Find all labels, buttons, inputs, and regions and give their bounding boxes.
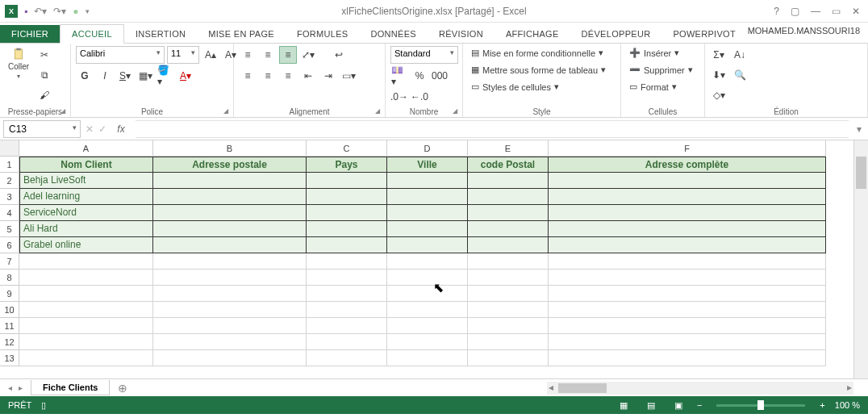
enter-formula-icon[interactable]: ✓ (98, 123, 106, 135)
clear-icon[interactable]: ◇▾ (710, 86, 728, 104)
align-top-icon[interactable]: ≡ (239, 46, 257, 64)
cell[interactable] (19, 253, 153, 270)
cell[interactable] (468, 286, 549, 302)
cell-styles-button[interactable]: ▭Styles de cellules ▾ (468, 80, 562, 94)
cell[interactable] (153, 253, 307, 270)
tab-powerpivot[interactable]: POWERPIVOT (661, 25, 747, 43)
cell[interactable] (19, 334, 153, 350)
cell[interactable] (468, 173, 549, 189)
cell[interactable] (19, 270, 153, 286)
cell[interactable] (19, 318, 153, 334)
delete-cells-button[interactable]: ➖Supprimer ▾ (626, 63, 696, 77)
cell[interactable]: Adel learning (19, 189, 153, 205)
insert-cells-button[interactable]: ➕Insérer ▾ (626, 46, 682, 60)
cell[interactable] (468, 334, 549, 350)
wrap-text-icon[interactable]: ↩ (330, 46, 348, 64)
increase-font-icon[interactable]: A▴ (202, 46, 219, 64)
cell[interactable] (19, 302, 153, 318)
row-header[interactable]: 8 (0, 270, 19, 286)
cell[interactable] (549, 350, 826, 366)
cell[interactable] (153, 205, 307, 221)
view-normal-icon[interactable]: ▦ (615, 400, 632, 411)
cell[interactable]: Ali Hard (19, 221, 153, 237)
sheet-tab-active[interactable]: Fiche Clients (31, 380, 110, 395)
zoom-level[interactable]: 100 % (835, 400, 860, 410)
align-right-icon[interactable]: ≡ (279, 67, 297, 85)
increase-decimal-icon[interactable]: .0→ (390, 88, 408, 106)
row-header[interactable]: 11 (0, 318, 19, 334)
bold-button[interactable]: G (76, 67, 94, 85)
close-icon[interactable]: ✕ (852, 6, 860, 17)
cell[interactable] (549, 286, 826, 302)
add-sheet-icon[interactable]: ⊕ (118, 382, 127, 395)
tab-mise-en-page[interactable]: MISE EN PAGE (197, 25, 286, 43)
cell[interactable] (307, 286, 387, 302)
cell[interactable] (549, 237, 826, 253)
fill-color-icon[interactable]: 🪣▾ (156, 67, 174, 85)
tab-insertion[interactable]: INSERTION (124, 25, 197, 43)
row-header[interactable]: 4 (0, 205, 19, 221)
cell[interactable] (387, 350, 468, 366)
cell[interactable] (549, 205, 826, 221)
maximize-icon[interactable]: ▭ (832, 6, 841, 17)
cell[interactable] (468, 205, 549, 221)
cell[interactable] (387, 286, 468, 302)
row-header[interactable]: 10 (0, 302, 19, 318)
cell[interactable] (387, 318, 468, 334)
minimize-icon[interactable]: — (811, 6, 820, 17)
cell[interactable] (468, 253, 549, 270)
zoom-slider[interactable] (716, 404, 805, 407)
cell[interactable] (387, 237, 468, 253)
cell[interactable] (153, 350, 307, 366)
select-all-corner[interactable] (0, 140, 19, 157)
cell[interactable]: Pays (307, 157, 387, 173)
cell[interactable] (153, 286, 307, 302)
font-size-select[interactable]: 11 (167, 46, 199, 64)
cell[interactable] (549, 302, 826, 318)
spreadsheet-grid[interactable]: 12345678910111213 ABCDEF Nom ClientAdres… (0, 140, 868, 378)
cell[interactable]: Grabel online (19, 237, 153, 253)
cell[interactable] (307, 350, 387, 366)
launcher-icon[interactable]: ◢ (375, 107, 380, 115)
cell[interactable] (468, 189, 549, 205)
tab-file[interactable]: FICHIER (0, 25, 60, 43)
cell[interactable] (307, 302, 387, 318)
column-header[interactable]: C (307, 140, 387, 157)
cell[interactable] (307, 270, 387, 286)
cell[interactable] (468, 318, 549, 334)
cell[interactable] (307, 334, 387, 350)
underline-button[interactable]: S▾ (116, 67, 134, 85)
align-bottom-icon[interactable]: ≡ (279, 46, 297, 64)
cell[interactable] (153, 237, 307, 253)
vertical-scrollbar[interactable] (853, 140, 868, 378)
column-header[interactable]: F (549, 140, 826, 157)
sheet-nav-next-icon[interactable]: ▸ (19, 383, 23, 392)
cell[interactable] (387, 253, 468, 270)
cell[interactable] (153, 189, 307, 205)
format-table-button[interactable]: ▦Mettre sous forme de tableau ▾ (468, 63, 609, 77)
cell[interactable] (307, 221, 387, 237)
zoom-out-icon[interactable]: − (697, 400, 702, 410)
formula-input[interactable] (136, 120, 849, 138)
border-icon[interactable]: ▦▾ (136, 67, 154, 85)
cell[interactable] (307, 253, 387, 270)
view-page-break-icon[interactable]: ▣ (670, 400, 687, 411)
number-format-select[interactable]: Standard (390, 46, 458, 64)
align-middle-icon[interactable]: ≡ (259, 46, 277, 64)
tab-accueil[interactable]: ACCUEIL (60, 24, 124, 44)
accounting-icon[interactable]: 💷▾ (390, 67, 408, 85)
view-page-layout-icon[interactable]: ▤ (642, 400, 660, 411)
cell[interactable] (387, 334, 468, 350)
cell[interactable] (153, 270, 307, 286)
cell[interactable] (549, 334, 826, 350)
fill-icon[interactable]: ⬇▾ (710, 66, 728, 84)
cell[interactable]: Adresse postale (153, 157, 307, 173)
macro-record-icon[interactable]: ▯ (41, 400, 46, 411)
cell[interactable] (153, 173, 307, 189)
tab-revision[interactable]: RÉVISION (428, 25, 495, 43)
name-box[interactable]: C13 (3, 120, 81, 138)
cell[interactable] (387, 205, 468, 221)
row-header[interactable]: 1 (0, 157, 19, 173)
row-header[interactable]: 2 (0, 173, 19, 189)
copy-icon[interactable]: ⧉ (35, 66, 53, 84)
